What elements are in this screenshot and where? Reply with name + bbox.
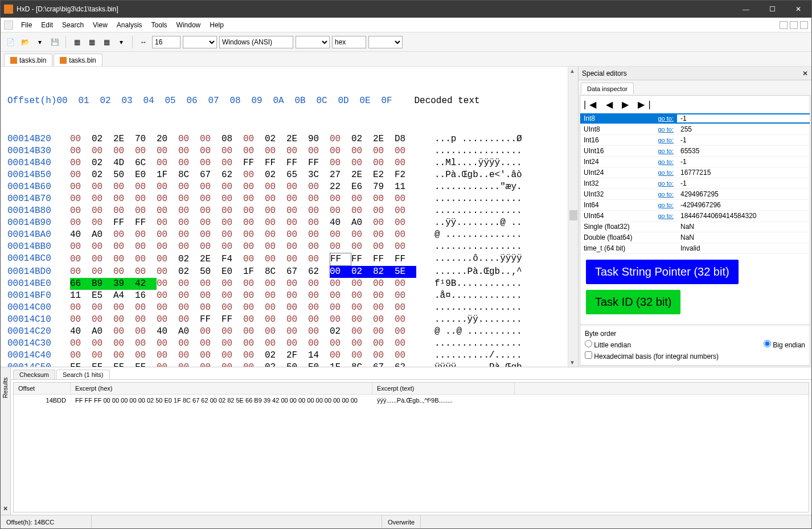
status-offset: Offset(h): 14BCC [1,515,92,528]
scroll-thumb[interactable] [569,210,577,220]
document-tabs: tasks.bin tasks.bin [1,52,811,67]
close-button[interactable]: ✕ [785,1,811,18]
result-row[interactable]: 14BDD FF FF FF 00 00 00 00 00 02 50 E0 1… [14,395,809,406]
tab-checksum[interactable]: Checksum [13,370,55,379]
inspector-row-int16[interactable]: Int16go to:-1 [580,135,810,146]
tab-search[interactable]: Search (1 hits) [56,370,110,379]
col-excerpt-hex[interactable]: Excerpt (hex) [71,383,372,394]
menu-search[interactable]: Search [58,19,88,31]
mdi-restore-icon[interactable] [790,21,798,29]
hex-scrollbar[interactable]: ▲ ▼ [568,67,578,367]
menu-view[interactable]: View [88,19,112,31]
dropdown-icon-2[interactable]: ▾ [115,36,128,48]
inspector-row-time-t-64-bit-[interactable]: time_t (64 bit)Invalid [580,243,810,254]
inspector-row-double-float64-[interactable]: Double (float64)NaN [580,232,810,243]
title-bar: HxD - [D:\crap\big3\dc1\tasks.bin] — ☐ ✕ [1,1,811,18]
menu-help[interactable]: Help [205,19,228,31]
status-bar: Offset(h): 14BCC Overwrite [1,515,811,528]
inspector-row-int32[interactable]: Int32go to:-1 [580,178,810,189]
goto-link[interactable]: go to: [658,158,674,165]
col-excerpt-text[interactable]: Excerpt (text) [372,383,515,394]
inspector-row-int24[interactable]: Int24go to:-1 [580,157,810,167]
dropdown-icon[interactable]: ▾ [34,36,46,48]
new-file-button[interactable]: 📄 [4,36,17,48]
toolbar: 📄 📂 ▾ 💾 ▦ ▦ ▦ ▾ ↔ [1,32,811,52]
scroll-down-icon[interactable]: ▼ [569,359,575,366]
scroll-up-icon[interactable]: ▲ [569,68,575,74]
panel-close-icon[interactable]: ✕ [802,69,808,77]
goto-link[interactable]: go to: [658,212,674,219]
minimize-button[interactable]: — [733,1,759,18]
encoding-select[interactable] [296,36,330,48]
open-file-button[interactable]: 📂 [19,36,31,48]
goto-link[interactable]: go to: [658,180,674,187]
tool-button-1[interactable]: ▦ [71,36,83,48]
special-editors-panel: Special editors ✕ Data inspector |◀ ◀ ▶ … [578,67,811,367]
window-title: HxD - [D:\crap\big3\dc1\tasks.bin] [17,5,733,13]
inspector-row-uint64[interactable]: UInt64go to:18446744069414584320 [580,211,810,222]
results-grid[interactable]: Offset Excerpt (hex) Excerpt (text) 14BD… [13,382,809,512]
inspector-row-int8[interactable]: Int8go to:-1 [580,113,810,124]
base-input[interactable] [332,36,366,48]
goto-link[interactable]: go to: [658,147,674,154]
app-icon [4,5,13,14]
mdi-minimize-icon[interactable] [780,21,788,29]
base-select[interactable] [368,36,403,48]
menu-edit[interactable]: Edit [36,19,58,31]
inspector-row-single-float32-[interactable]: Single (float32)NaN [580,222,810,232]
bytes-per-row-select[interactable] [183,36,217,48]
byte-order-label: Byte order [585,330,805,338]
status-mode: Overwrite [382,515,421,528]
inspector-row-uint8[interactable]: UInt8go to:255 [580,124,810,135]
panel-title: Special editors [582,69,627,77]
radio-little-endian[interactable]: Little endian [585,340,631,349]
bytes-per-row-input[interactable] [152,36,181,48]
menu-bar: File Edit Search View Analysis Tools Win… [1,18,811,32]
inspector-row-uint24[interactable]: UInt24go to:16777215 [580,167,810,178]
tool-button-2[interactable]: ▦ [85,36,98,48]
goto-link[interactable]: go to: [658,137,674,143]
goto-link[interactable]: go to: [658,126,674,133]
tool-button-3[interactable]: ▦ [100,36,113,48]
file-icon [10,57,17,64]
col-offset[interactable]: Offset [14,383,71,394]
inspector-row-uint16[interactable]: UInt16go to:65535 [580,146,810,157]
checkbox-hex-basis[interactable]: Hexadecimal basis (for integral numbers) [585,351,719,360]
encoding-input[interactable] [219,36,293,48]
save-button[interactable]: 💾 [48,36,61,48]
results-tab-label[interactable]: Results [2,378,9,399]
goto-link[interactable]: go to: [658,202,674,208]
inspector-row-int64[interactable]: Int64go to:-4294967296 [580,200,810,211]
menu-window[interactable]: Window [172,19,206,31]
legend-task-id: Task ID (32 bit) [586,290,680,314]
menu-tools[interactable]: Tools [147,19,172,31]
goto-link[interactable]: go to: [658,191,674,198]
tab-file-1[interactable]: tasks.bin [4,54,52,66]
results-panel: Results ✕ Checksum Search (1 hits) Offse… [1,367,811,515]
legend-task-string-pointer: Task String Pointer (32 bit) [586,260,739,284]
goto-link[interactable]: go to: [658,115,674,122]
tab-data-inspector[interactable]: Data inspector [581,83,634,94]
mdi-close-icon[interactable] [800,21,808,29]
width-icon: ↔ [137,36,150,48]
menu-analysis[interactable]: Analysis [112,19,147,31]
file-icon [60,57,67,64]
inspector-row-uint32[interactable]: UInt32go to:4294967295 [580,189,810,200]
hex-editor[interactable]: Offset(h)000102030405060708090A0B0C0D0E0… [1,67,568,367]
app-menu-icon[interactable] [4,20,13,30]
menu-file[interactable]: File [17,19,36,31]
tab-file-2[interactable]: tasks.bin [54,54,102,66]
inspector-nav[interactable]: |◀ ◀ ▶ ▶| [580,96,810,113]
goto-link[interactable]: go to: [658,169,674,176]
results-close-icon[interactable]: ✕ [3,505,8,512]
radio-big-endian[interactable]: Big endian [764,340,805,349]
maximize-button[interactable]: ☐ [759,1,785,18]
